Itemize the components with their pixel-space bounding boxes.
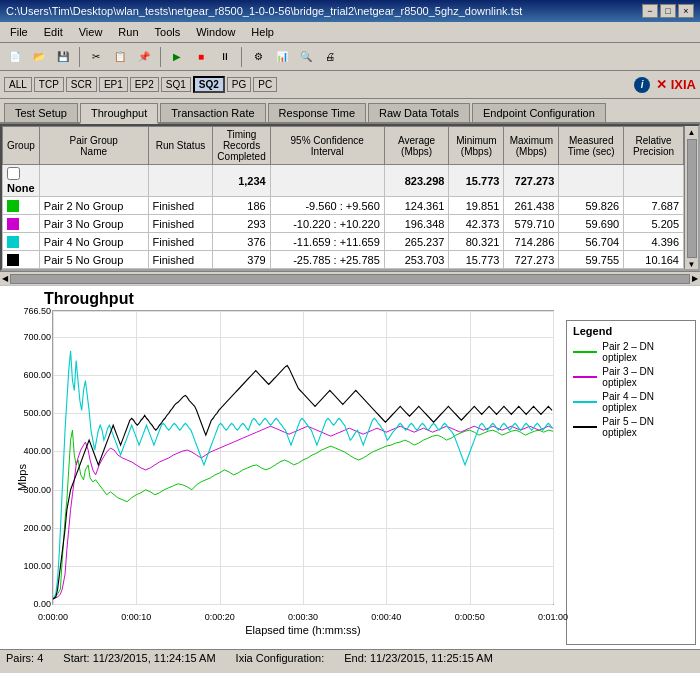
horizontal-scrollbar[interactable]: ◀ ▶ [0, 271, 700, 285]
legend-item-pair2: Pair 2 – DN optiplex [573, 341, 689, 363]
badge-sq1[interactable]: SQ1 [161, 77, 191, 92]
row-run-status: Finished [148, 251, 213, 269]
maximize-button[interactable]: □ [660, 4, 676, 18]
close-button[interactable]: × [678, 4, 694, 18]
col-measured-time: MeasuredTime (sec) [559, 127, 624, 165]
xtick-1: 0:00:10 [121, 612, 151, 622]
row-group [3, 233, 40, 251]
menu-help[interactable]: Help [245, 24, 280, 40]
row-confidence: -10.220 : +10.220 [270, 215, 384, 233]
badge-ep2[interactable]: EP2 [130, 77, 159, 92]
vertical-scrollbar[interactable]: ▲ ▼ [684, 126, 698, 269]
chart-inner: Mbps Elapsed time (h:mm:ss) [52, 310, 554, 605]
info-icon[interactable]: i [634, 77, 650, 93]
row-average: 124.361 [384, 197, 449, 215]
tab-raw-data-totals[interactable]: Raw Data Totals [368, 103, 470, 122]
chart-svg [53, 311, 553, 604]
none-checkbox[interactable] [7, 167, 20, 180]
xtick-5: 0:00:50 [455, 612, 485, 622]
ytick-6: 200.00 [23, 523, 51, 533]
settings-button[interactable]: ⚙ [247, 46, 269, 68]
row-group [3, 251, 40, 269]
col-minimum: Minimum(Mbps) [449, 127, 504, 165]
paste-button[interactable]: 📌 [133, 46, 155, 68]
save-button[interactable]: 💾 [52, 46, 74, 68]
open-button[interactable]: 📂 [28, 46, 50, 68]
row-pair-name: Pair 4 No Group [39, 233, 148, 251]
chart-button[interactable]: 📊 [271, 46, 293, 68]
status-bar: Pairs: 4 Start: 11/23/2015, 11:24:15 AM … [0, 649, 700, 666]
col-run-status: Run Status [148, 127, 213, 165]
status-ixia-config: Ixia Configuration: [236, 652, 325, 664]
group-checkbox[interactable]: None [3, 165, 40, 197]
badge-sq2[interactable]: SQ2 [193, 76, 225, 93]
menu-tools[interactable]: Tools [149, 24, 187, 40]
legend-label-pair4: Pair 4 – DN optiplex [602, 391, 689, 413]
badge-tcp[interactable]: TCP [34, 77, 64, 92]
cut-button[interactable]: ✂ [85, 46, 107, 68]
tab-response-time[interactable]: Response Time [268, 103, 366, 122]
row-group [3, 215, 40, 233]
badge-pc[interactable]: PC [253, 77, 277, 92]
stop-button[interactable]: ■ [190, 46, 212, 68]
table-row[interactable]: Pair 5 No Group Finished 379 -25.785 : +… [3, 251, 684, 269]
legend-label-pair5: Pair 5 – DN optiplex [602, 416, 689, 438]
minimize-button[interactable]: − [642, 4, 658, 18]
zoom-button[interactable]: 🔍 [295, 46, 317, 68]
group-maximum: 727.273 [504, 165, 559, 197]
table-row[interactable]: Pair 2 No Group Finished 186 -9.560 : +9… [3, 197, 684, 215]
ytick-7: 100.00 [23, 561, 51, 571]
menu-bar: FileEditViewRunToolsWindowHelp [0, 22, 700, 43]
table-scroll[interactable]: Group Pair GroupName Run Status Timing R… [2, 126, 684, 269]
legend-item-pair4: Pair 4 – DN optiplex [573, 391, 689, 413]
tabs-bar: Test Setup Throughput Transaction Rate R… [0, 99, 700, 124]
ytick-3: 500.00 [23, 408, 51, 418]
tab-transaction-rate[interactable]: Transaction Rate [160, 103, 265, 122]
legend-box: Legend Pair 2 – DN optiplex Pair 3 – DN … [566, 320, 696, 645]
row-run-status: Finished [148, 197, 213, 215]
tab-throughput[interactable]: Throughput [80, 103, 158, 124]
pair4-line [53, 351, 552, 599]
print-button[interactable]: 🖨 [319, 46, 341, 68]
legend-line-pair5 [573, 426, 597, 428]
table-wrapper: Group Pair GroupName Run Status Timing R… [0, 124, 700, 271]
ixia-logo: ✕ IXIA [656, 77, 696, 92]
copy-button[interactable]: 📋 [109, 46, 131, 68]
pair2-line [53, 431, 553, 600]
row-confidence: -11.659 : +11.659 [270, 233, 384, 251]
col-relative-precision: RelativePrecision [624, 127, 684, 165]
legend-line-pair2 [573, 351, 597, 353]
row-time: 56.704 [559, 233, 624, 251]
col-timing-records: Timing RecordsCompleted [213, 127, 270, 165]
badge-ep1[interactable]: EP1 [99, 77, 128, 92]
menu-file[interactable]: File [4, 24, 34, 40]
badge-all[interactable]: ALL [4, 77, 32, 92]
pause-button[interactable]: ⏸ [214, 46, 236, 68]
tab-endpoint-config[interactable]: Endpoint Configuration [472, 103, 606, 122]
status-end: End: 11/23/2015, 11:25:15 AM [344, 652, 493, 664]
table-row[interactable]: Pair 4 No Group Finished 376 -11.659 : +… [3, 233, 684, 251]
legend-item-pair5: Pair 5 – DN optiplex [573, 416, 689, 438]
menu-edit[interactable]: Edit [38, 24, 69, 40]
row-minimum: 19.851 [449, 197, 504, 215]
table-row-group[interactable]: None 1,234 823.298 15.773 727.273 [3, 165, 684, 197]
new-button[interactable]: 📄 [4, 46, 26, 68]
menu-window[interactable]: Window [190, 24, 241, 40]
badge-toolbar: ALL TCP SCR EP1 EP2 SQ1 SQ2 PG PC i ✕ IX… [0, 71, 700, 99]
x-axis-label: Elapsed time (h:mm:ss) [245, 624, 361, 636]
row-time: 59.690 [559, 215, 624, 233]
row-group [3, 197, 40, 215]
tab-test-setup[interactable]: Test Setup [4, 103, 78, 122]
grid-h-8 [53, 604, 553, 605]
legend-line-pair4 [573, 401, 597, 403]
menu-view[interactable]: View [73, 24, 109, 40]
menu-run[interactable]: Run [112, 24, 144, 40]
badge-scr[interactable]: SCR [66, 77, 97, 92]
row-pair-name: Pair 2 No Group [39, 197, 148, 215]
group-precision [624, 165, 684, 197]
table-row[interactable]: Pair 3 No Group Finished 293 -10.220 : +… [3, 215, 684, 233]
row-maximum: 261.438 [504, 197, 559, 215]
run-button[interactable]: ▶ [166, 46, 188, 68]
row-timing: 379 [213, 251, 270, 269]
badge-pg[interactable]: PG [227, 77, 251, 92]
